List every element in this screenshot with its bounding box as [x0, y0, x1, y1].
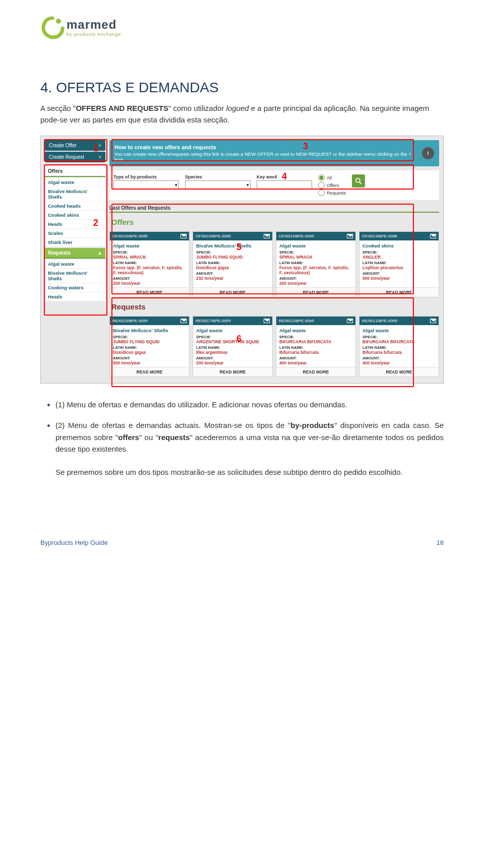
annotation-number-5: 5: [236, 242, 241, 253]
annotation-number-4: 4: [282, 171, 287, 182]
annotation-number-6: 6: [236, 334, 241, 344]
app-screenshot: Create Offer+ Create Request+ Offers Alg…: [40, 136, 444, 384]
annotation-box-2: [44, 164, 107, 316]
bullet-list: (1) Menu de ofertas e demandas do utiliz…: [55, 399, 444, 478]
bullet-2: (2) Menu de ofertas e demandas actuais. …: [55, 419, 444, 478]
logo-subtitle: by-products exchange: [67, 32, 122, 37]
envelope-icon[interactable]: [430, 319, 436, 323]
footer-title: Byproducts Help Guide: [40, 539, 108, 546]
annotation-box-4: [111, 164, 414, 190]
logo-icon: [40, 15, 65, 39]
page-footer: Byproducts Help Guide 18: [40, 539, 444, 546]
page-number: 18: [437, 539, 444, 546]
logo-text: marmed: [67, 18, 116, 31]
annotation-number-1: 1: [93, 143, 98, 154]
section-heading: 4. OFERTAS E DEMANDAS: [40, 80, 444, 96]
annotation-box-6: [111, 297, 414, 387]
svg-point-0: [56, 19, 61, 24]
envelope-icon[interactable]: [430, 234, 436, 238]
intro-paragraph: A secção "OFFERS AND REQUESTS" como util…: [40, 103, 444, 126]
radio-requests[interactable]: Requests: [318, 190, 346, 196]
annotation-number-3: 3: [303, 141, 308, 152]
annotation-box-3: [111, 139, 414, 161]
info-icon[interactable]: i: [422, 147, 434, 159]
bullet-1: (1) Menu de ofertas e demandas do utiliz…: [55, 399, 444, 410]
logo: marmed by-products exchange: [40, 15, 444, 39]
annotation-box-5: [111, 204, 414, 294]
annotation-number-2: 2: [93, 218, 98, 228]
